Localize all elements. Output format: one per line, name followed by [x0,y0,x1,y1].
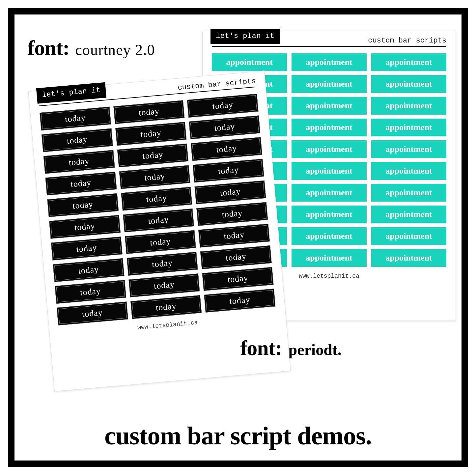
sticker-chip: today [187,94,259,118]
sticker-chip: appointment [371,53,446,71]
sticker-chip: today [43,150,115,174]
sheet-subtitle: custom bar scripts [177,75,256,92]
sticker-chip: today [189,115,261,139]
sticker-chip: appointment [292,119,367,136]
main-caption: custom bar script demos. [14,421,462,451]
sticker-chip: today [115,122,187,146]
sheet-subtitle: custom bar scripts [368,35,446,45]
sticker-chip: today [119,165,190,189]
sticker-chip: today [123,209,194,232]
sticker-chip: today [195,181,266,204]
sticker-chip: today [53,258,125,282]
font-label-prefix: font: [240,336,282,360]
sticker-chip: today [45,172,117,195]
font-name-courtney: courtney 2.0 [75,41,155,59]
sticker-chip: appointment [292,184,367,202]
sticker-chip: appointment [292,249,367,267]
brand-badge: let's plan it [210,29,280,44]
sticker-chip: today [204,289,276,312]
sticker-chip: appointment [371,75,446,93]
sticker-chip: appointment [371,227,446,245]
font-name-periodt: periodt. [289,341,342,359]
sticker-chip: appointment [292,227,367,245]
sticker-chip: appointment [292,206,367,223]
sticker-chip: today [47,193,119,217]
sticker-chip: appointment [371,119,446,136]
product-frame: font: courtney 2.0 let's plan it custom … [8,8,468,467]
sticker-chip: appointment [371,184,446,202]
brand-badge: let's plan it [36,82,106,104]
sticker-chip: appointment [371,97,446,115]
sticker-chip: appointment [292,140,367,158]
sticker-grid-black: todaytodaytodaytodaytodaytodaytodaytoday… [40,94,275,325]
font-label-prefix: font: [28,36,70,60]
sticker-chip: today [117,144,189,167]
sticker-chip: today [191,137,262,161]
sticker-chip: today [202,267,274,291]
sticker-chip: appointment [292,97,367,115]
sticker-chip: appointment [371,140,446,158]
sticker-chip: appointment [371,249,446,267]
sticker-chip: appointment [371,206,446,223]
sticker-chip: today [200,245,272,269]
sticker-chip: today [125,230,196,254]
sticker-chip: today [126,252,198,275]
sticker-chip: appointment [371,162,446,180]
sticker-chip: appointment [292,162,367,180]
sticker-chip: today [55,280,126,304]
sticker-chip: today [193,159,264,182]
sticker-chip: today [128,273,200,297]
sticker-chip: appointment [292,53,367,71]
sticker-chip: today [42,128,113,152]
sticker-chip: today [51,237,123,260]
sticker-chip: today [113,100,185,124]
sticker-chip: today [57,302,128,325]
sticker-chip: today [121,187,192,210]
sheet-header: let's plan it custom bar scripts [212,31,446,47]
sticker-chip: today [130,295,202,319]
sticker-chip: today [198,224,270,247]
sticker-chip: today [197,202,268,226]
font-label-left: font: courtney 2.0 [28,36,155,60]
sticker-chip: today [40,107,111,130]
font-label-right: font: periodt. [240,336,342,360]
sticker-chip: appointment [212,53,287,71]
sticker-chip: appointment [292,75,367,93]
sticker-chip: today [49,215,121,239]
